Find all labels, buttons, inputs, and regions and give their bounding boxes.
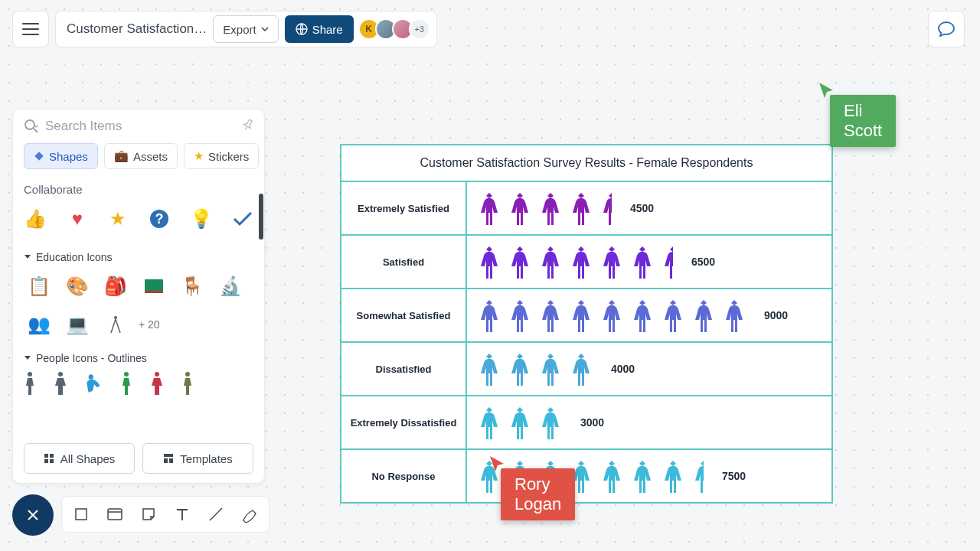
collaborator-cursor-eli: Eli Scott [818, 81, 835, 103]
person-icon [478, 406, 501, 439]
person-icon [662, 459, 684, 493]
person-icon [723, 298, 746, 332]
pen-tool[interactable] [237, 501, 263, 527]
svg-rect-10 [44, 459, 48, 463]
person-outline-icon[interactable] [120, 372, 132, 395]
close-toolbar-button[interactable] [12, 494, 54, 536]
row-data: 9000 [467, 289, 831, 341]
export-label: Export [223, 23, 256, 36]
all-shapes-button[interactable]: All Shapes [24, 443, 135, 474]
table-row[interactable]: No Response7500 [341, 450, 831, 502]
table-row[interactable]: Dissatisfied4000 [341, 343, 831, 396]
line-tool[interactable] [203, 501, 229, 527]
row-value: 4500 [630, 202, 654, 214]
table-row[interactable]: Satisfied6500 [341, 236, 831, 289]
person-outline-icon[interactable] [181, 372, 194, 395]
search-input[interactable] [45, 119, 235, 134]
tab-label: Shapes [49, 150, 88, 163]
person-outline-icon[interactable] [24, 372, 36, 395]
row-data: 4500 [467, 182, 831, 234]
tab-stickers[interactable]: ★ Stickers [184, 143, 259, 169]
category-people[interactable]: People Icons - Outlines [24, 352, 253, 364]
svg-rect-14 [169, 458, 173, 463]
check-icon[interactable] [233, 204, 254, 234]
templates-label: Templates [180, 452, 232, 465]
collaborator-avatars[interactable]: K +3 [363, 18, 430, 40]
person-crawl-icon[interactable] [85, 372, 102, 395]
person-icon [478, 245, 501, 279]
tab-assets[interactable]: 💼 Assets [104, 143, 178, 169]
document-bar: Customer Satisfaction… Export Share K +3 [55, 11, 437, 47]
row-value: 7500 [722, 470, 746, 482]
tab-shapes[interactable]: Shapes [24, 143, 98, 169]
svg-point-7 [114, 316, 117, 319]
export-button[interactable]: Export [213, 15, 278, 43]
frame-tool[interactable] [102, 501, 128, 527]
bottom-toolbar [61, 496, 270, 533]
table-row[interactable]: Extremely Dissatisfied3000 [341, 396, 831, 450]
lightbulb-icon[interactable]: 💡 [190, 204, 213, 234]
svg-rect-11 [50, 459, 54, 463]
menu-icon [22, 22, 39, 36]
share-button[interactable]: Share [285, 15, 354, 43]
pin-icon[interactable] [238, 116, 256, 135]
laptop-icon[interactable]: 💻 [62, 309, 93, 340]
diamond-icon [34, 151, 44, 161]
briefcase-icon: 💼 [114, 149, 129, 163]
tab-label: Stickers [208, 150, 249, 163]
more-education[interactable]: + 20 [139, 309, 160, 340]
person-icon [539, 245, 562, 279]
svg-point-1 [25, 120, 34, 129]
table-row[interactable]: Somewhat Satisfied9000 [341, 289, 831, 343]
text-tool[interactable] [169, 501, 195, 527]
sticky-note-tool[interactable] [136, 501, 162, 527]
question-icon[interactable]: ? [149, 204, 170, 234]
person-icon [570, 298, 593, 332]
clipboard-icon[interactable]: 📋 [24, 271, 54, 302]
svg-rect-5 [145, 279, 163, 292]
compass-icon[interactable] [100, 309, 131, 340]
people-icon[interactable]: 👥 [24, 309, 54, 340]
table-row[interactable]: Extremely Satisfied4500 [341, 182, 831, 236]
thumbsup-icon[interactable]: 👍 [24, 204, 47, 234]
person-outline-icon[interactable] [54, 372, 67, 395]
star-icon[interactable]: ★ [108, 204, 129, 234]
menu-button[interactable] [12, 11, 49, 47]
grid-icon [44, 453, 54, 464]
row-label: Extremely Dissatisfied [341, 396, 467, 448]
comments-button[interactable] [928, 11, 965, 47]
palette-icon[interactable]: 🎨 [62, 271, 93, 302]
collaborator-cursor-rory: Rory Logan [488, 455, 505, 476]
templates-button[interactable]: Templates [142, 443, 253, 474]
chart-title: Customer Satisfaction Survey Results - F… [341, 145, 831, 182]
chair-icon[interactable]: 🪑 [177, 271, 207, 302]
microscope-icon[interactable]: 🔬 [215, 271, 246, 302]
star-icon: ★ [194, 149, 204, 163]
scrollbar-thumb[interactable] [259, 194, 263, 240]
category-education[interactable]: Education Icons [24, 251, 253, 263]
avatar-overflow[interactable]: +3 [409, 18, 430, 40]
person-half-icon [662, 245, 673, 279]
person-icon [539, 298, 562, 332]
row-label: Satisfied [341, 236, 467, 288]
person-icon [570, 245, 593, 279]
globe-icon [296, 23, 308, 35]
svg-rect-2 [34, 152, 43, 160]
blackboard-icon[interactable] [139, 271, 169, 302]
heart-icon[interactable]: ♥ [67, 204, 88, 234]
row-data: 3000 [467, 396, 831, 448]
document-title[interactable]: Customer Satisfaction… [67, 21, 207, 37]
pictograph-table[interactable]: Customer Satisfaction Survey Results - F… [340, 144, 833, 504]
search-icon [24, 119, 39, 134]
person-half-icon [692, 459, 704, 493]
caret-down-icon [24, 355, 31, 361]
backpack-icon[interactable]: 🎒 [100, 271, 131, 302]
person-icon [478, 298, 501, 332]
svg-rect-15 [76, 509, 87, 520]
shapes-panel: Shapes 💼 Assets ★ Stickers Collaborate 👍… [12, 109, 265, 484]
person-icon [508, 191, 531, 225]
person-icon [508, 245, 531, 279]
person-outline-icon[interactable] [151, 372, 163, 395]
rectangle-tool[interactable] [68, 501, 94, 527]
svg-rect-16 [108, 509, 122, 520]
